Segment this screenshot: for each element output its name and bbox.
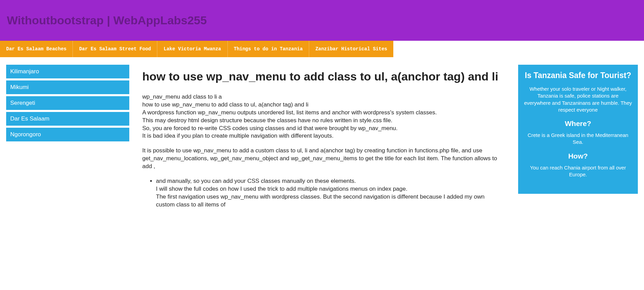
top-nav: Dar Es Salaam Beaches Dar Es Salaam Stre…: [0, 41, 393, 57]
topnav-item-street-food[interactable]: Dar Es Salaam Street Food: [73, 41, 157, 57]
right-heading-how: How?: [524, 152, 632, 160]
site-title: Withoutbootstrap | WebAppLabs255: [7, 14, 637, 27]
article-list-item: and manually, so you can add your CSS cl…: [156, 177, 498, 209]
right-text-how: You can reach Chania airport from all ov…: [524, 164, 632, 178]
topnav-item-beaches[interactable]: Dar Es Salaam Beaches: [0, 41, 73, 57]
right-text-safe: Whether your solo traveler or Night walk…: [524, 86, 632, 113]
right-heading-where: Where?: [524, 119, 632, 128]
topnav-item-lake-victoria[interactable]: Lake Victoria Mwanza: [157, 41, 227, 57]
sidebar-item-mikumi[interactable]: Mikumi: [6, 80, 129, 94]
article-title: how to use wp_nav_menu to add class to u…: [142, 70, 498, 84]
site-header: Withoutbootstrap | WebAppLabs255: [0, 0, 644, 41]
topnav-item-things-to-do[interactable]: Things to do in Tanzania: [228, 41, 310, 57]
sidebar-item-kilimanjaro[interactable]: Kilimanjaro: [6, 65, 129, 78]
topnav-item-zanzibar[interactable]: Zanzibar Historical Sites: [309, 41, 393, 57]
sidebar-item-dar-es-salaam[interactable]: Dar Es Salaam: [6, 112, 129, 126]
article-main: how to use wp_nav_menu to add class to u…: [142, 65, 505, 209]
right-heading-safe: Is Tanzania Safe for Tourist?: [524, 71, 632, 80]
sidebar-item-serengeti[interactable]: Serengeti: [6, 96, 129, 110]
sidebar-item-ngorongoro[interactable]: Ngorongoro: [6, 128, 129, 141]
article-list: and manually, so you can add your CSS cl…: [142, 177, 498, 209]
right-sidebar: Is Tanzania Safe for Tourist? Whether yo…: [518, 65, 638, 194]
article-paragraph-2: It is possible to use wp_nav_menu to add…: [142, 147, 498, 171]
left-sidebar: Kilimanjaro Mikumi Serengeti Dar Es Sala…: [6, 65, 129, 143]
article-paragraph-1: wp_nav_menu add class to li a how to use…: [142, 93, 498, 140]
main-container: Kilimanjaro Mikumi Serengeti Dar Es Sala…: [0, 57, 644, 209]
right-text-where: Crete is a Greek island in the Mediterra…: [524, 132, 632, 146]
